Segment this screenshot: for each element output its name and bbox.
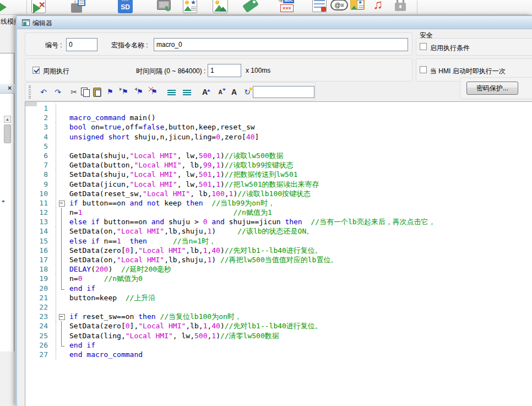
code-line: 18DELAY(200) //延时200毫秒 [25,264,532,274]
string-table-icon[interactable]: ➜ abc ××× [278,0,296,14]
code-editor[interactable]: 12macro_command main()3bool on=true,off=… [25,101,532,406]
sound-library-icon[interactable]: ♫ [372,0,390,14]
interval-input[interactable] [208,64,241,77]
triangle-icon [351,6,357,9]
panel-close-button[interactable]: × [0,84,14,94]
fold-margin [56,160,69,170]
music-note-icon: ♫ [373,0,383,12]
outdent-button[interactable] [180,85,193,99]
line-number: 19 [25,274,56,283]
sd-card-icon[interactable]: IIII SD [117,0,135,14]
sd-body: IIII SD [118,0,133,13]
editor-dialog: 编辑器 编号 : 宏指令名称 : 安全 启用执行条件 周期执行 时间间隔 (0 … [15,15,532,406]
line-number: 23 [25,312,56,321]
line-number: 15 [25,236,56,246]
group-library-icon[interactable]: ★ [350,0,368,14]
code-text: macro_command main() [69,113,156,122]
fold-margin [56,189,69,198]
font-default-button[interactable]: A [227,85,241,99]
indent-lines [167,90,176,96]
periodic-group: 周期执行 时间间隔 (0 ~ 864000) : x 100ms [25,58,412,82]
list-lines [359,6,363,10]
scrollbar-thumb[interactable] [4,124,11,143]
copy-button[interactable] [79,85,92,99]
password-lock-icon[interactable] [393,0,411,14]
offline-simulation-icon[interactable]: ✕ [31,0,48,14]
star-icon: ★ [191,0,196,6]
abc-badge: abc [283,0,294,3]
code-line: 5 [25,142,532,151]
recipe-table-icon[interactable] [312,0,329,14]
startup-checkbox[interactable] [420,66,427,73]
line-number: 8 [25,170,56,179]
code-text: end if [69,340,95,350]
scroll-up-button[interactable]: ▲ [4,116,11,123]
font-increase-button[interactable]: A [198,85,211,99]
xxx-badge: ××× [280,4,294,12]
bookmark-prev-button[interactable]: ⚑ [133,85,146,99]
line-number: 11 [25,198,56,208]
code-text: if reset_sw==on then //当复位lb100为on时， [69,312,242,321]
code-line: 14SetData(on,"Local HMI",lb,shuju,1) //该… [25,226,532,236]
fold-toggle[interactable] [56,312,69,321]
run-icon[interactable] [0,0,13,14]
fold-margin [56,350,69,359]
code-line: 21button=keep //上升沿 [25,293,532,302]
code-line: 27end macro_command [25,350,532,359]
line-number: 4 [25,132,56,142]
line-number: 26 [25,340,56,350]
fold-margin [56,180,69,189]
dialog-titlebar[interactable]: 编辑器 [17,16,532,29]
periodic-checkbox[interactable] [32,67,40,74]
indent-button[interactable] [165,85,178,99]
dialog-title: 编辑器 [32,19,52,28]
fold-margin [56,226,69,236]
triangle-icon [184,6,192,11]
code-line: 4unsigned short shuju,n,jicun,ling=0,zer… [25,132,532,142]
toolbar-grip[interactable] [29,85,31,99]
tag-shape [242,0,259,13]
list-bullet [2,201,4,202]
bookmark-clear-button[interactable]: ⚑ [148,85,161,99]
line-number: 27 [25,350,56,359]
fold-margin [56,302,69,312]
fold-margin [56,132,69,142]
code-line: 23if reset_sw==on then //当复位lb100为on时， [25,312,532,321]
fold-toggle[interactable] [56,198,69,208]
security-enable-checkbox[interactable] [420,43,427,50]
find-button[interactable]: ↻ [241,85,254,99]
picture-library-icon[interactable]: ★ [182,0,200,14]
editor-toolbar: ↶ ↷ ✂ ⚑ ⚑ ⚑ ⚑ A A A ↻ [25,82,316,101]
redo-button[interactable]: ↷ [51,85,64,99]
font-decrease-button[interactable]: A [214,85,227,99]
bookmark-toggle-button[interactable]: ⚑ [104,85,117,99]
download-icon[interactable]: ↓ [70,0,88,14]
play-icon [0,2,7,12]
online-simulation-icon[interactable]: ↻ [156,0,174,14]
paste-button[interactable] [91,85,104,99]
fold-margin [56,113,69,122]
find-input[interactable] [253,86,314,98]
code-text: DELAY(200) //延时200毫秒 [69,264,171,274]
label-tag-icon[interactable] [242,0,260,14]
password-protect-button[interactable]: 密码保护... [466,82,518,95]
picture-icon[interactable] [213,0,230,14]
bookmark-next-button[interactable]: ⚑ [118,85,132,99]
macro-name-input[interactable] [154,38,408,51]
code-text: SetData(ling,"Local HMI", lw,500,1)//清零l… [69,331,279,340]
line-number: 13 [25,217,56,226]
fold-margin [56,142,69,151]
red-mark [321,7,326,12]
code-line: 26end if [25,340,532,350]
code-text: else if n==1 then //当n=1时， [69,236,216,246]
code-text: SetData(zero[0],"Local HMI",lb,1,40)//先对… [69,246,322,255]
line-number: 1 [25,104,56,113]
undo-button[interactable]: ↶ [37,85,50,99]
fold-margin [56,284,69,293]
code-text: GetData(button,"Local HMI", lb,99,1)//读取… [69,160,294,170]
fold-margin [56,321,69,331]
address-tag-icon[interactable]: @≡ [330,0,348,14]
id-input[interactable] [66,38,97,51]
app-toolbar: ✕ ↓ IIII SD ↻ ★ ➜ abc ××× [0,0,532,15]
star-icon: ★ [358,0,362,5]
